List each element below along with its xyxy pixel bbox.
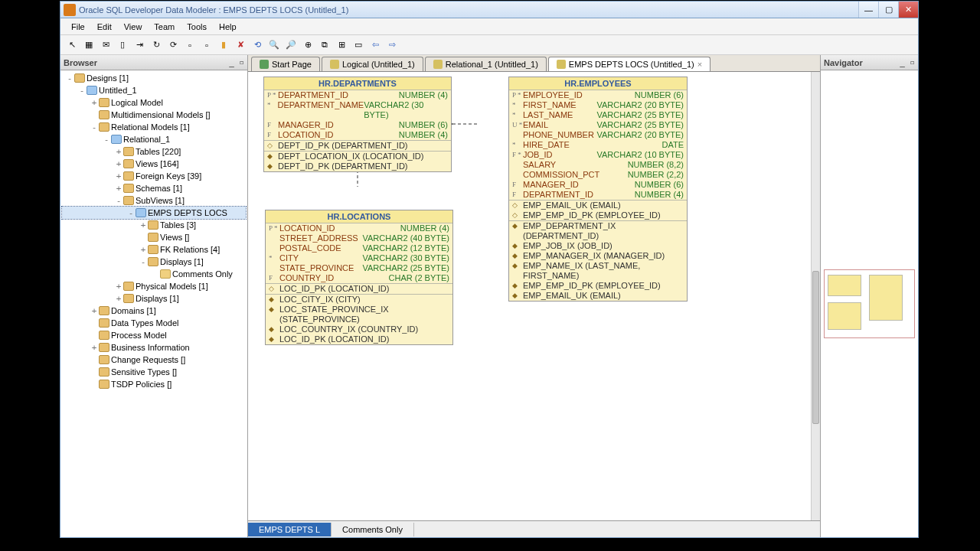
column-row[interactable]: PHONE_NUMBERVARCHAR2 (20 BYTE) xyxy=(509,130,687,140)
tree-item[interactable]: +Tables [3] xyxy=(62,219,246,231)
column-row[interactable]: FCOUNTRY_IDCHAR (2 BYTE) xyxy=(266,273,452,283)
tree[interactable]: -Designs [1]-Untitled_1+Logical Model Mu… xyxy=(60,70,247,537)
column-row[interactable]: FDEPARTMENT_IDNUMBER (4) xyxy=(509,190,687,200)
sync-icon[interactable]: ⟳ xyxy=(166,38,180,52)
tree-item[interactable]: Sensitive Types [] xyxy=(62,366,246,378)
tree-item[interactable]: +Views [164] xyxy=(62,158,246,170)
box2-icon[interactable]: ▫ xyxy=(200,38,214,52)
zoomin-icon[interactable]: 🔍 xyxy=(267,38,281,52)
tree-item[interactable]: Multidimensional Models [] xyxy=(62,109,246,121)
column-row[interactable]: *FIRST_NAMEVARCHAR2 (20 BYTE) xyxy=(509,100,687,110)
column-row[interactable]: FMANAGER_IDNUMBER (6) xyxy=(264,120,451,130)
menu-view[interactable]: View xyxy=(118,21,149,33)
tree-item[interactable]: -Displays [1] xyxy=(62,256,246,268)
panel-min-icon[interactable]: _ ▫ xyxy=(900,57,915,67)
column-row[interactable]: U *EMAILVARCHAR2 (25 BYTE) xyxy=(509,120,687,130)
grid-icon[interactable]: ▦ xyxy=(82,38,96,52)
tree-item[interactable]: -SubViews [1] xyxy=(62,194,246,207)
column-row[interactable]: COMMISSION_PCTNUMBER (2,2) xyxy=(509,170,687,180)
bottom-tab[interactable]: EMPS DEPTS L xyxy=(248,523,332,536)
column-row[interactable]: F *JOB_IDVARCHAR2 (10 BYTE) xyxy=(509,150,687,160)
tree-item[interactable]: -Designs [1] xyxy=(62,72,246,84)
box1-icon[interactable]: ▫ xyxy=(183,38,197,52)
close-button[interactable]: ✕ xyxy=(898,2,918,18)
folder-icon[interactable]: ▮ xyxy=(217,38,230,52)
column-row[interactable]: P *LOCATION_IDNUMBER (4) xyxy=(266,223,452,233)
menu-team[interactable]: Team xyxy=(148,21,181,33)
column-row[interactable]: STREET_ADDRESSVARCHAR2 (40 BYTE) xyxy=(266,233,452,243)
tree-item[interactable]: +Displays [1] xyxy=(62,292,246,305)
index-row: ◆EMP_JOB_IX (JOB_ID) xyxy=(509,241,687,251)
index-row: ◆EMP_EMAIL_UK (EMAIL) xyxy=(509,291,687,301)
tree-item[interactable]: +Tables [220] xyxy=(62,145,246,158)
back-icon[interactable]: ⇦ xyxy=(368,38,382,52)
maximize-button[interactable]: ▢ xyxy=(878,2,898,18)
entity-departments[interactable]: HR.DEPARTMENTSP *DEPARTMENT_IDNUMBER (4)… xyxy=(263,77,452,172)
tab[interactable]: Relational_1 (Untitled_1) xyxy=(425,57,547,71)
index-row: ◆EMP_NAME_IX (LAST_NAME, FIRST_NAME) xyxy=(509,261,687,281)
browser-header: Browser _ ▫ xyxy=(60,55,247,70)
tab[interactable]: Start Page xyxy=(251,57,320,71)
tree-item[interactable]: +Logical Model xyxy=(62,96,246,109)
menu-tools[interactable]: Tools xyxy=(181,21,213,33)
tree-item[interactable]: +Foreign Keys [39] xyxy=(62,170,246,182)
tree-item[interactable]: Process Model xyxy=(62,329,246,341)
layout-icon[interactable]: ⊞ xyxy=(335,38,348,52)
menu-help[interactable]: Help xyxy=(213,21,243,33)
tree-item[interactable]: Comments Only xyxy=(62,268,246,280)
send-icon[interactable]: ✉ xyxy=(99,38,113,52)
entity-employees[interactable]: HR.EMPLOYEESP *EMPLOYEE_IDNUMBER (6) *FI… xyxy=(508,77,688,302)
refresh-icon[interactable]: ↻ xyxy=(149,38,163,52)
panel-min-icon[interactable]: _ ▫ xyxy=(229,57,244,67)
column-row[interactable]: P *EMPLOYEE_IDNUMBER (6) xyxy=(509,90,687,100)
tree-item[interactable]: -Relational_1 xyxy=(62,133,246,145)
rect-icon[interactable]: ▭ xyxy=(351,38,365,52)
diagram-canvas[interactable]: HR.DEPARTMENTSP *DEPARTMENT_IDNUMBER (4)… xyxy=(248,72,820,520)
forward-icon[interactable]: ⇨ xyxy=(385,38,399,52)
import-icon[interactable]: ⇥ xyxy=(132,38,146,52)
column-row[interactable]: *LAST_NAMEVARCHAR2 (25 BYTE) xyxy=(509,110,687,120)
menu-file[interactable]: File xyxy=(65,21,91,33)
tree-item[interactable]: +Business Information xyxy=(62,341,246,354)
zoomout-icon[interactable]: 🔎 xyxy=(284,38,298,52)
fit-icon[interactable]: ⊕ xyxy=(301,38,315,52)
navigator-thumbnail[interactable] xyxy=(824,269,915,338)
column-row[interactable]: *DEPARTMENT_NAMEVARCHAR2 (30 BYTE) xyxy=(264,100,451,120)
pointer-icon[interactable]: ↖ xyxy=(65,38,79,52)
toolbar: ↖ ▦ ✉ ▯ ⇥ ↻ ⟳ ▫ ▫ ▮ ✘ ⟲ 🔍 🔎 ⊕ ⧉ ⊞ ▭ ⇦ ⇨ xyxy=(60,35,918,55)
page-icon[interactable]: ▯ xyxy=(116,38,129,52)
tab[interactable]: EMPS DEPTS LOCS (Untitled_1) × xyxy=(548,57,710,71)
tree-item[interactable]: +Schemas [1] xyxy=(62,182,246,194)
tree-item[interactable]: +Domains [1] xyxy=(62,305,246,317)
tree-item[interactable]: +FK Relations [4] xyxy=(62,243,246,256)
tree-item[interactable]: TSDP Policies [] xyxy=(62,378,246,390)
tree-item[interactable]: Views [] xyxy=(62,231,246,243)
delete-icon[interactable]: ✘ xyxy=(234,38,247,52)
undo-icon[interactable]: ⟲ xyxy=(250,38,264,52)
entity-locations[interactable]: HR.LOCATIONSP *LOCATION_IDNUMBER (4)STRE… xyxy=(265,210,453,345)
tree-item[interactable]: -Untitled_1 xyxy=(62,84,246,96)
minimize-button[interactable]: — xyxy=(858,2,878,18)
column-row[interactable]: FMANAGER_IDNUMBER (6) xyxy=(509,180,687,190)
tree-item[interactable]: -Relational Models [1] xyxy=(62,121,246,133)
menu-edit[interactable]: Edit xyxy=(91,21,118,33)
column-row[interactable]: P *DEPARTMENT_IDNUMBER (4) xyxy=(264,90,451,100)
column-row[interactable]: FLOCATION_IDNUMBER (4) xyxy=(264,130,451,140)
tree-item[interactable]: +Physical Models [1] xyxy=(62,280,246,292)
copy-icon[interactable]: ⧉ xyxy=(318,38,332,52)
column-row[interactable]: POSTAL_CODEVARCHAR2 (12 BYTE) xyxy=(266,243,452,253)
column-row[interactable]: SALARYNUMBER (8,2) xyxy=(509,160,687,170)
column-row[interactable]: *HIRE_DATEDATE xyxy=(509,140,687,150)
tab[interactable]: Logical (Untitled_1) xyxy=(322,57,423,71)
pk-row: ◇DEPT_ID_PK (DEPARTMENT_ID) xyxy=(264,141,451,151)
index-row: ◆EMP_MANAGER_IX (MANAGER_ID) xyxy=(509,251,687,261)
column-row[interactable]: STATE_PROVINCEVARCHAR2 (25 BYTE) xyxy=(266,263,452,273)
tree-item[interactable]: Data Types Model xyxy=(62,317,246,329)
column-row[interactable]: *CITYVARCHAR2 (30 BYTE) xyxy=(266,253,452,263)
bottom-tab[interactable]: Comments Only xyxy=(332,523,414,536)
browser-panel: Browser _ ▫ -Designs [1]-Untitled_1+Logi… xyxy=(60,55,248,537)
vertical-scrollbar[interactable] xyxy=(811,72,820,520)
tree-item[interactable]: -EMPS DEPTS LOCS xyxy=(62,207,246,219)
editor-tabs: Start PageLogical (Untitled_1)Relational… xyxy=(248,55,820,72)
tree-item[interactable]: Change Requests [] xyxy=(62,354,246,366)
